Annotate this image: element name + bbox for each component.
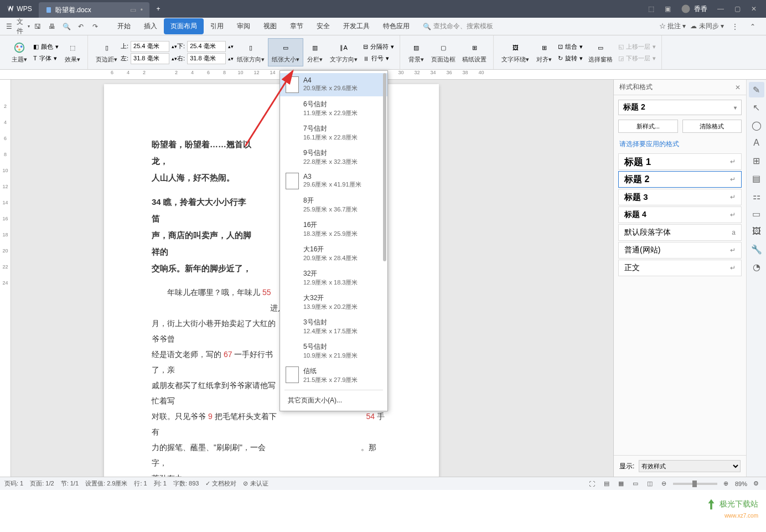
close-button[interactable]: ✕ <box>746 1 762 17</box>
status-doccheck[interactable]: ✓ 文档校对 <box>205 479 236 488</box>
save-icon[interactable]: 🖫 <box>31 20 44 33</box>
preview-icon[interactable]: 🔍 <box>60 20 73 33</box>
tool-icon[interactable]: 🔧 <box>749 241 764 257</box>
redo-icon[interactable]: ↷ <box>89 20 102 33</box>
menu-tab-9[interactable]: 特色应用 <box>376 18 416 34</box>
paper-size-option[interactable]: 7号信封16.1厘米 x 22.8厘米 <box>280 121 387 145</box>
clear-format-button[interactable]: 清除格式 <box>682 120 742 133</box>
margin-left-input[interactable] <box>131 53 169 64</box>
group-button[interactable]: ⊡ 组合▾ <box>556 42 585 52</box>
style-item[interactable]: 标题 2↵ <box>618 171 742 188</box>
menu-tab-4[interactable]: 审阅 <box>230 18 257 34</box>
paper-size-option[interactable]: 信纸21.5厘米 x 27.9厘米 <box>280 363 387 388</box>
paper-size-option[interactable]: 3号信封12.4厘米 x 17.5厘米 <box>280 314 387 339</box>
line-number-button[interactable]: ⫼ 行号▾ <box>361 53 396 64</box>
new-tab-button[interactable]: + <box>149 0 167 18</box>
table-icon[interactable]: ⊞ <box>749 153 764 168</box>
menu-tab-2[interactable]: 页面布局 <box>164 18 204 34</box>
share-icon[interactable]: ⚏ <box>749 188 764 204</box>
zoom-out-icon[interactable]: ⊖ <box>659 478 670 489</box>
shape-icon[interactable]: ◯ <box>749 117 764 133</box>
style-item[interactable]: 标题 3↵ <box>618 189 742 205</box>
search-box[interactable]: 🔍 查找命令、搜索模板 <box>423 22 493 31</box>
menu-tab-8[interactable]: 开发工具 <box>337 18 376 34</box>
view-fullscreen-icon[interactable]: ⛶ <box>587 478 598 489</box>
zoom-in-icon[interactable]: ⊕ <box>721 478 732 489</box>
view-outline-icon[interactable]: ▦ <box>615 478 627 489</box>
status-chars[interactable]: 字数: 893 <box>173 479 199 488</box>
menu-tab-3[interactable]: 引用 <box>204 18 230 34</box>
document-tab[interactable]: 盼望着.docx ▭ • <box>39 2 149 18</box>
new-style-button[interactable]: 新样式... <box>618 120 678 133</box>
paper-size-option[interactable]: 9号信封22.8厘米 x 32.3厘米 <box>280 145 387 169</box>
hamburger-icon[interactable]: ☰ <box>2 20 15 33</box>
paper-size-button[interactable]: ▭ 纸张大小▾ <box>268 38 303 66</box>
note-icon[interactable]: ▭ <box>749 206 764 221</box>
zoom-value[interactable]: 89% <box>735 481 747 487</box>
paper-size-option[interactable]: 大16开20.9厘米 x 28.4厘米 <box>280 241 387 266</box>
margin-right-input[interactable] <box>187 53 226 64</box>
titlebar-icon-2[interactable]: ▣ <box>660 1 675 17</box>
margin-top-input[interactable] <box>131 41 169 52</box>
selection-pane-button[interactable]: ▭ 选择窗格 <box>585 39 616 66</box>
style-item[interactable]: 默认段落字体a <box>618 224 742 241</box>
menu-tab-0[interactable]: 开始 <box>111 18 137 34</box>
minimize-button[interactable]: — <box>713 1 728 17</box>
pencil-icon[interactable]: ✎ <box>749 82 764 97</box>
paper-size-option[interactable]: 8开25.9厘米 x 36.7厘米 <box>280 193 387 217</box>
paper-size-option[interactable]: 大32开13.9厘米 x 20.2厘米 <box>280 290 387 314</box>
margin-bottom-input[interactable] <box>187 41 226 52</box>
columns-button[interactable]: ▥ 分栏▾ <box>303 39 327 66</box>
paper-size-option[interactable]: 32开12.9厘米 x 18.3厘米 <box>280 266 387 290</box>
panel-close-icon[interactable]: ✕ <box>735 84 741 91</box>
tab-monitor-icon[interactable]: ▭ <box>130 6 136 14</box>
paper-size-option[interactable]: A420.9厘米 x 29.6厘米 <box>280 73 387 96</box>
text-icon[interactable]: A <box>749 135 764 151</box>
status-page[interactable]: 页码: 1 <box>4 479 23 488</box>
file-menu[interactable]: 文件▾ <box>17 20 30 33</box>
display-select[interactable]: 有效样式 <box>639 460 741 472</box>
status-unauth[interactable]: ⊘ 未认证 <box>243 479 268 488</box>
zoom-slider[interactable] <box>673 483 717 485</box>
style-current[interactable]: 标题 2▾ <box>618 100 742 115</box>
background-button[interactable]: ▨ 背景▾ <box>405 39 428 66</box>
menu-tab-5[interactable]: 视图 <box>257 18 283 34</box>
effect-button[interactable]: ⬚ 效果▾ <box>61 39 84 66</box>
collapse-ribbon-icon[interactable]: ⌃ <box>746 20 759 33</box>
layout-icon[interactable]: ▤ <box>749 171 764 186</box>
style-item[interactable]: 标题 1↵ <box>618 153 742 170</box>
menu-tab-7[interactable]: 安全 <box>310 18 337 34</box>
text-direction-button[interactable]: ∥A 文字方向▾ <box>327 39 361 66</box>
maximize-button[interactable]: ▢ <box>729 1 745 17</box>
separator-button[interactable]: ⊟ 分隔符▾ <box>361 42 396 52</box>
view-print-icon[interactable]: ▤ <box>601 478 612 489</box>
view-read-icon[interactable]: ◫ <box>644 478 655 489</box>
view-web-icon[interactable]: ▭ <box>630 478 641 489</box>
other-size-option[interactable]: 其它页面大小(A)... <box>280 392 387 409</box>
app-logo[interactable]: WPS <box>0 0 39 18</box>
paper-size-option[interactable]: 5号信封10.9厘米 x 21.9厘米 <box>280 339 387 363</box>
text-wrap-button[interactable]: 🖼 文字环绕▾ <box>498 39 532 66</box>
print-icon[interactable]: 🖶 <box>45 20 59 33</box>
font-button[interactable]: T 字体▾ <box>31 53 61 64</box>
status-section[interactable]: 节: 1/1 <box>61 479 79 488</box>
margin-button[interactable]: ▯ 页边距▾ <box>92 39 121 66</box>
tab-close-icon[interactable]: • <box>141 6 143 14</box>
align-button[interactable]: ⊞ 对齐▾ <box>532 39 556 66</box>
style-item[interactable]: 正文↵ <box>618 260 742 276</box>
paper-size-option[interactable]: A329.6厘米 x 41.91厘米 <box>280 169 387 193</box>
annotation-toggle[interactable]: ☆ 批注 ▾ <box>659 22 686 31</box>
image-icon[interactable]: 🖼 <box>749 224 764 239</box>
paper-size-option[interactable]: 16开18.3厘米 x 25.9厘米 <box>280 217 387 241</box>
settings-icon[interactable]: ⚙ <box>751 478 762 489</box>
color-button[interactable]: ◧ 颜色▾ <box>31 42 61 52</box>
paper-size-option[interactable]: 6号信封11.9厘米 x 22.9厘米 <box>280 96 387 121</box>
status-pages[interactable]: 页面: 1/2 <box>30 479 54 488</box>
orientation-button[interactable]: ▯ 纸张方向▾ <box>234 39 268 66</box>
undo-icon[interactable]: ↶ <box>74 20 87 33</box>
sync-status[interactable]: ☁ 未同步 ▾ <box>690 22 724 31</box>
more-icon[interactable]: ⋮ <box>728 20 742 33</box>
rotate-button[interactable]: ↻ 旋转▾ <box>556 53 585 64</box>
theme-button[interactable]: 主题▾ <box>8 39 31 66</box>
menu-tab-1[interactable]: 插入 <box>137 18 164 34</box>
